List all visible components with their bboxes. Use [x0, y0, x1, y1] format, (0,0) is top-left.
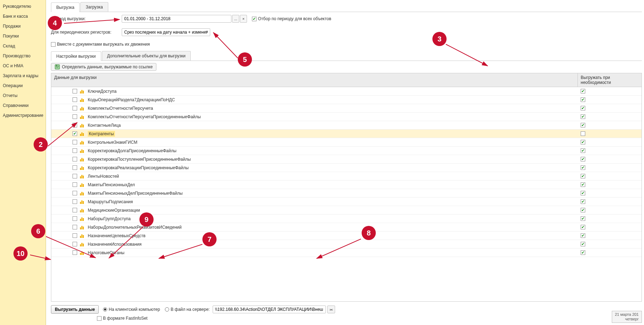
row-select-checkbox[interactable] [73, 242, 77, 246]
row-select-checkbox[interactable] [73, 182, 77, 187]
server-path-input[interactable] [213, 306, 326, 313]
row-necessity-checkbox[interactable] [581, 148, 585, 153]
sidebar-item-purchases[interactable]: Покупки [0, 31, 46, 41]
row-label: МаршрутыПодписания [88, 199, 133, 204]
row-select-checkbox[interactable] [73, 148, 77, 153]
table-row[interactable]: Контрагенты [51, 130, 642, 138]
period-input[interactable] [122, 15, 231, 23]
row-select-checkbox[interactable] [73, 250, 77, 255]
sidebar-item-bank[interactable]: Банк и касса [0, 11, 46, 21]
row-necessity-checkbox[interactable] [581, 182, 585, 187]
table-row[interactable]: МакетыПенсионныхДелПрисоединенныеФайлы [51, 189, 642, 198]
row-necessity-checkbox[interactable] [581, 140, 585, 144]
row-select-checkbox[interactable] [73, 174, 77, 178]
table-row[interactable]: КлючиДоступа [51, 87, 642, 96]
row-select-checkbox[interactable] [73, 216, 77, 221]
detect-linked-data-button[interactable]: Определить данные, выгружаемые по ссылке [51, 63, 156, 71]
sidebar-item-admin[interactable]: Администрирование [0, 110, 46, 120]
registers-value[interactable] [122, 28, 210, 36]
sidebar-item-sales[interactable]: Продажи [0, 21, 46, 31]
registers-select[interactable]: ▼ [122, 28, 210, 36]
row-necessity-checkbox[interactable] [581, 165, 585, 170]
row-necessity-checkbox[interactable] [581, 157, 585, 161]
row-select-checkbox[interactable] [73, 165, 77, 170]
table-row[interactable]: КодыОперацийРаздела7ДекларацииПоНДС [51, 96, 642, 104]
export-data-button[interactable]: Выгрузить данные [51, 305, 99, 314]
sidebar-item-reports[interactable]: Отчеты [0, 91, 46, 101]
sidebar-item-manager[interactable]: Руководителю [0, 1, 46, 11]
fastinfoset-checkbox[interactable] [97, 316, 102, 321]
table-row[interactable]: НалоговыеОрганы [51, 249, 642, 257]
row-necessity-checkbox[interactable] [581, 242, 585, 246]
table-row[interactable]: НаборыДополнительныхРеквизитовИСведений [51, 223, 642, 232]
table-row[interactable]: КомплектыОтчетностиПерсучетаПрисоединенн… [51, 113, 642, 121]
row-select-checkbox[interactable] [73, 97, 77, 102]
row-select-checkbox[interactable] [73, 114, 77, 119]
row-necessity-checkbox[interactable] [581, 131, 585, 136]
export-movements-checkbox[interactable] [51, 42, 56, 47]
row-select-checkbox[interactable] [73, 106, 77, 110]
row-necessity-checkbox[interactable] [581, 114, 585, 119]
col-header-data[interactable]: Данные для выгрузки [51, 73, 578, 87]
row-label: МакетыПенсионныхДел [88, 182, 135, 187]
row-label: НазначенияИспользования [88, 242, 142, 247]
table-row[interactable]: НазначениеЦелевыхСредств [51, 232, 642, 240]
row-necessity-checkbox[interactable] [581, 106, 585, 110]
browse-button[interactable]: ⫘ [327, 306, 335, 313]
row-necessity-checkbox[interactable] [581, 89, 585, 93]
table-row[interactable]: КонтрольныеЗнакиГИСМ [51, 138, 642, 147]
row-select-checkbox[interactable] [73, 89, 77, 93]
table-row[interactable]: НазначенияИспользования [51, 240, 642, 249]
table-row[interactable]: МедицинскиеОрганизации [51, 206, 642, 215]
catalog-icon [80, 98, 85, 102]
row-necessity-checkbox[interactable] [581, 216, 585, 221]
sidebar-item-stock[interactable]: Склад [0, 41, 46, 51]
radio-server[interactable] [165, 307, 169, 312]
col-header-necessity[interactable]: Выгружать при необходимости [578, 73, 642, 87]
table-row[interactable]: НаборыГруппДоступа [51, 215, 642, 223]
sidebar-item-production[interactable]: Производство [0, 51, 46, 61]
row-select-checkbox[interactable] [73, 157, 77, 161]
row-necessity-checkbox[interactable] [581, 97, 585, 102]
row-select-checkbox[interactable] [73, 233, 77, 238]
period-choose-button[interactable]: ... [232, 15, 239, 23]
catalog-icon [80, 157, 85, 161]
row-necessity-checkbox[interactable] [581, 191, 585, 195]
row-select-checkbox[interactable] [73, 140, 77, 144]
table-row[interactable]: КомплектыОтчетностиПерсучета [51, 104, 642, 113]
table-row[interactable]: МакетыПенсионныхДел [51, 181, 642, 189]
sidebar-item-operations[interactable]: Операции [0, 81, 46, 91]
period-filter-checkbox[interactable] [252, 17, 257, 21]
table-row[interactable]: КорректировкаДолгаПрисоединенныеФайлы [51, 147, 642, 155]
subtab-settings[interactable]: Настройки выгрузки [51, 51, 101, 61]
row-label: КлючиДоступа [88, 89, 116, 94]
table-row[interactable]: ЛентыНовостей [51, 172, 642, 181]
sidebar-item-salary[interactable]: Зарплата и кадры [0, 71, 46, 81]
row-necessity-checkbox[interactable] [581, 225, 585, 229]
table-row[interactable]: КорректировкаПоступленияПрисоединенныеФа… [51, 155, 642, 164]
row-label: КонтактныеЛица [88, 123, 121, 128]
sidebar-item-assets[interactable]: ОС и НМА [0, 61, 46, 71]
row-necessity-checkbox[interactable] [581, 208, 585, 212]
catalog-icon [80, 191, 85, 195]
row-necessity-checkbox[interactable] [581, 123, 585, 127]
row-select-checkbox[interactable] [73, 191, 77, 195]
tab-export[interactable]: Выгрузка [51, 2, 80, 12]
row-necessity-checkbox[interactable] [581, 174, 585, 178]
row-select-checkbox[interactable] [73, 123, 77, 127]
row-necessity-checkbox[interactable] [581, 199, 585, 204]
row-necessity-checkbox[interactable] [581, 250, 585, 255]
row-select-checkbox[interactable] [73, 131, 77, 136]
row-select-checkbox[interactable] [73, 208, 77, 212]
sidebar-item-catalogs[interactable]: Справочники [0, 101, 46, 110]
row-necessity-checkbox[interactable] [581, 233, 585, 238]
tab-import[interactable]: Загрузка [80, 2, 108, 12]
radio-client[interactable] [103, 307, 107, 312]
subtab-extra-objects[interactable]: Дополнительные объекты для выгрузки [102, 51, 191, 61]
table-row[interactable]: КорректировкаРеализацииПрисоединенныеФай… [51, 164, 642, 172]
table-row[interactable]: МаршрутыПодписания [51, 198, 642, 206]
table-row[interactable]: КонтактныеЛица [51, 121, 642, 130]
row-select-checkbox[interactable] [73, 225, 77, 229]
period-clear-button[interactable]: × [240, 15, 247, 23]
row-select-checkbox[interactable] [73, 199, 77, 204]
